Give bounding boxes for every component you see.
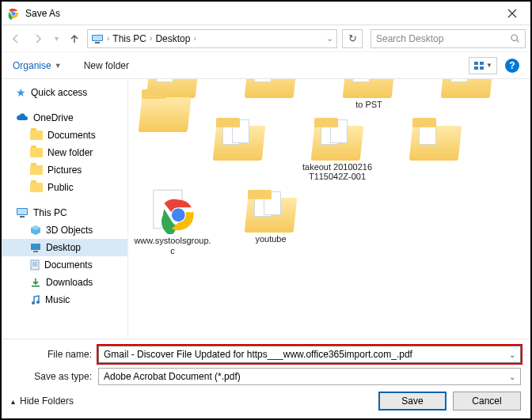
nav-desktop[interactable]: Desktop	[2, 239, 127, 256]
chevron-down-icon: ▼	[486, 62, 492, 69]
search-box[interactable]: Search Desktop	[370, 29, 526, 48]
chrome-icon	[150, 188, 196, 234]
nav-onedrive-documents[interactable]: Documents	[2, 127, 127, 144]
desktop-icon	[30, 243, 41, 252]
file-list[interactable]: to PST takeout 20100216 T115042Z-001	[128, 79, 530, 339]
svg-rect-16	[33, 251, 38, 252]
hide-folders-button[interactable]: ▴ Hide Folders	[11, 395, 74, 407]
folder-item[interactable]	[133, 88, 180, 182]
chevron-down-icon[interactable]: ⌄	[509, 350, 515, 359]
svg-rect-14	[20, 216, 25, 218]
recent-locations-button[interactable]: ▾	[51, 29, 62, 48]
folder-item[interactable]: to PST	[329, 79, 408, 110]
svg-rect-13	[17, 209, 27, 214]
nav-onedrive-public[interactable]: Public	[2, 179, 127, 196]
folder-icon	[30, 148, 43, 157]
svg-rect-9	[480, 62, 484, 65]
svg-rect-18	[32, 286, 40, 287]
folder-item[interactable]	[396, 116, 475, 182]
help-button[interactable]: ?	[505, 59, 519, 73]
svg-point-19	[32, 301, 35, 305]
new-folder-button[interactable]: New folder	[84, 60, 129, 71]
nav-onedrive[interactable]: OneDrive	[2, 109, 127, 127]
nav-downloads[interactable]: Downloads	[2, 274, 127, 291]
address-bar[interactable]: › This PC › Desktop › ⌄	[87, 29, 337, 48]
cube-icon	[30, 225, 41, 236]
folder-item[interactable]: youtube	[231, 188, 310, 255]
breadcrumb-this-pc[interactable]: This PC	[112, 33, 146, 44]
saveastype-select[interactable]: Adobe Acrobat Document (*.pdf) ⌄	[98, 368, 521, 385]
pc-icon	[16, 207, 28, 218]
chevron-right-icon: ›	[193, 34, 196, 43]
svg-rect-6	[95, 42, 100, 44]
chevron-right-icon: ›	[150, 34, 152, 43]
nav-3d-objects[interactable]: 3D Objects	[2, 221, 127, 239]
nav-quick-access[interactable]: ★ Quick access	[2, 84, 127, 101]
filename-input[interactable]: Gmail - Discover File Updated for https_…	[98, 346, 521, 363]
search-icon	[510, 33, 520, 44]
svg-point-20	[36, 301, 40, 304]
window-title: Save As	[25, 8, 60, 19]
svg-rect-15	[31, 244, 40, 250]
document-icon	[30, 259, 40, 271]
folder-item[interactable]	[428, 79, 507, 110]
organise-menu[interactable]: Organise ▼	[13, 60, 62, 71]
toolbar: Organise ▼ New folder ▼ ?	[2, 52, 530, 79]
search-placeholder: Search Desktop	[376, 33, 510, 44]
up-button[interactable]	[65, 29, 84, 48]
chrome-document-item[interactable]: www.systoolsgroup.c	[133, 188, 212, 255]
folder-item[interactable]	[200, 116, 279, 182]
svg-rect-8	[474, 62, 478, 65]
nav-this-pc[interactable]: This PC	[2, 204, 127, 221]
breadcrumb-desktop[interactable]: Desktop	[155, 33, 190, 44]
chevron-down-icon[interactable]: ⌄	[509, 373, 515, 381]
forward-button[interactable]	[28, 29, 48, 48]
close-button[interactable]	[494, 2, 530, 25]
chevron-down-icon: ▼	[55, 62, 62, 70]
save-button[interactable]: Save	[378, 392, 446, 411]
cancel-button[interactable]: Cancel	[453, 392, 521, 411]
view-options-button[interactable]: ▼	[469, 57, 497, 74]
back-button[interactable]	[6, 29, 25, 48]
saveastype-label: Save as type:	[11, 371, 98, 382]
folder-item[interactable]: takeout 20100216 T115042Z-001	[298, 116, 377, 182]
bottom-panel: File name: Gmail - Discover File Updated…	[2, 339, 530, 418]
star-icon: ★	[16, 86, 26, 99]
svg-rect-10	[474, 66, 478, 70]
chevron-right-icon: ›	[107, 34, 109, 43]
pc-icon	[91, 32, 104, 45]
navigation-pane: ★ Quick access OneDrive Documents New fo…	[2, 79, 128, 339]
svg-rect-17	[31, 260, 39, 270]
svg-rect-5	[93, 36, 102, 40]
save-as-dialog: Save As ▾ › This PC › Desktop › ⌄	[0, 0, 532, 420]
nav-onedrive-newfolder[interactable]: New folder	[2, 144, 127, 161]
svg-point-7	[511, 35, 517, 40]
nav-onedrive-pictures[interactable]: Pictures	[2, 161, 127, 179]
svg-rect-11	[480, 66, 484, 70]
chevron-up-icon: ▴	[11, 397, 15, 406]
nav-documents[interactable]: Documents	[2, 256, 127, 274]
folder-item[interactable]	[231, 79, 310, 110]
nav-music[interactable]: Music	[2, 291, 127, 308]
address-dropdown-icon[interactable]: ⌄	[326, 33, 333, 44]
address-bar-row: ▾ › This PC › Desktop › ⌄ ↻ Search Deskt…	[2, 25, 530, 52]
cloud-icon	[16, 113, 28, 123]
titlebar: Save As	[2, 2, 530, 25]
music-icon	[30, 294, 40, 305]
svg-point-3	[12, 12, 15, 15]
chrome-app-icon	[6, 6, 21, 21]
filename-label: File name:	[11, 349, 98, 360]
svg-point-23	[172, 208, 185, 221]
download-icon	[30, 277, 41, 288]
folder-icon	[30, 165, 43, 175]
refresh-button[interactable]: ↻	[342, 29, 363, 48]
folder-icon	[30, 183, 43, 192]
folder-icon	[30, 131, 43, 140]
